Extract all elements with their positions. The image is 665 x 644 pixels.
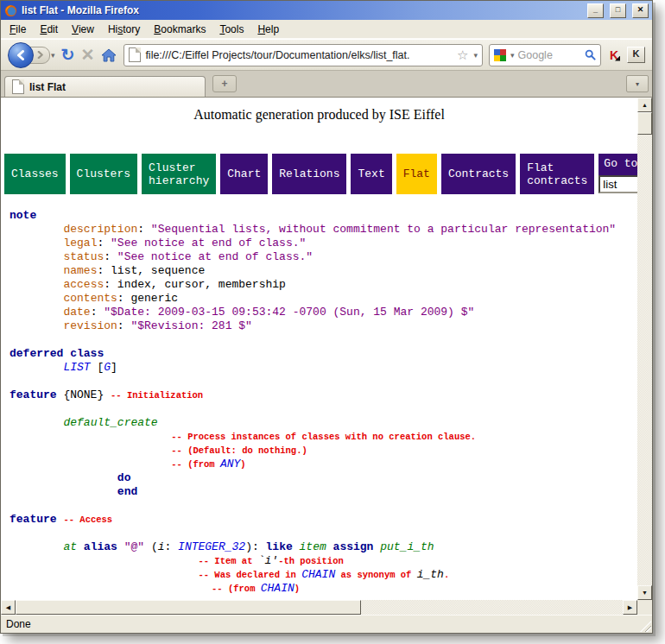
code-line: do <box>10 471 637 485</box>
code-line: -- (Default: do nothing.) <box>10 444 637 458</box>
tab-bar: list Flat + ▾ <box>1 71 652 97</box>
address-bar[interactable]: file:///C:/Eiffel Projects/tour/Document… <box>124 44 483 66</box>
vertical-scroll-thumb[interactable] <box>637 112 652 135</box>
status-bar: Done <box>1 615 652 633</box>
code-line <box>10 499 637 513</box>
back-button[interactable] <box>8 42 34 68</box>
tab-list-flat[interactable]: list Flat <box>4 76 206 97</box>
page-favicon <box>129 47 141 62</box>
scrollbar-corner <box>637 600 652 615</box>
code-line <box>10 333 637 347</box>
menu-item-bookmarks[interactable]: Bookmarks <box>147 22 212 37</box>
code-line: deferred class <box>10 347 637 361</box>
history-dropdown-button[interactable]: ▾ <box>51 51 55 60</box>
reload-button[interactable]: ↻ <box>61 47 75 63</box>
code-line <box>10 527 637 540</box>
resize-grip[interactable] <box>640 621 651 632</box>
nav-button-cluster-hierarchy[interactable]: Cluster hierarchy <box>142 154 216 194</box>
nav-button-chart[interactable]: Chart <box>220 154 268 194</box>
forward-arrow-icon <box>36 51 44 59</box>
menu-item-edit[interactable]: Edit <box>33 22 65 37</box>
code-line: -- Process instances of classes with no … <box>10 430 637 444</box>
nav-button-text[interactable]: Text <box>351 154 391 194</box>
k-toolbar-button[interactable]: K <box>627 47 645 63</box>
nav-button-flat[interactable]: Flat <box>396 154 437 194</box>
search-input[interactable]: Google <box>518 49 581 61</box>
back-arrow-icon <box>16 50 26 60</box>
menu-item-history[interactable]: History <box>101 22 147 37</box>
search-engine-dropdown[interactable]: ▾ <box>510 51 515 60</box>
horizontal-scrollbar[interactable]: ◀ ▶ <box>1 600 637 615</box>
code-line: -- Item at `i'-th position <box>10 554 637 568</box>
scroll-down-button[interactable]: ▼ <box>637 585 652 600</box>
tab-title: list Flat <box>29 81 66 93</box>
address-url[interactable]: file:///C:/Eiffel Projects/tour/Document… <box>145 49 453 61</box>
status-text: Done <box>6 618 31 630</box>
code-line: -- Was declared in CHAIN as synonym of i… <box>10 568 637 582</box>
scroll-right-button[interactable]: ▶ <box>623 600 637 615</box>
code-line: end <box>10 485 637 499</box>
code-line: note <box>10 209 637 223</box>
title-bar[interactable]: list Flat - Mozilla Firefox _ □ ✕ <box>1 1 652 20</box>
minimize-button[interactable]: _ <box>587 3 604 18</box>
new-tab-button[interactable]: + <box>212 75 237 92</box>
menu-item-help[interactable]: Help <box>250 22 286 37</box>
search-magnifier-icon[interactable] <box>585 49 596 60</box>
code-listing: note description: "Sequential lists, wit… <box>1 209 637 596</box>
menu-item-tools[interactable]: Tools <box>212 22 250 37</box>
code-line: legal: "See notice at end of class." <box>10 237 637 250</box>
search-box[interactable]: ▾ Google <box>489 44 601 66</box>
home-button[interactable] <box>100 47 117 63</box>
code-line: revision: "$Revision: 281 $" <box>10 319 637 333</box>
goto-label: Go to: <box>598 154 637 175</box>
code-line: names: list, sequence <box>10 264 637 278</box>
scroll-up-button[interactable]: ▲ <box>637 98 652 112</box>
page-title: Automatic generation produced by ISE Eif… <box>1 107 637 123</box>
maximize-button[interactable]: □ <box>610 3 626 18</box>
horizontal-scroll-thumb[interactable] <box>16 600 361 615</box>
nav-button-clusters[interactable]: Clusters <box>70 154 137 194</box>
page-viewport: Automatic generation produced by ISE Eif… <box>1 97 652 615</box>
browser-window: list Flat - Mozilla Firefox _ □ ✕ FileEd… <box>0 0 653 634</box>
google-logo-icon <box>494 49 506 61</box>
vertical-scrollbar[interactable]: ▲ ▼ <box>637 98 652 600</box>
code-line: at alias "@" (i: INTEGER_32): like item … <box>10 540 637 554</box>
menu-item-view[interactable]: View <box>65 22 101 37</box>
window-title: list Flat - Mozilla Firefox <box>22 4 581 16</box>
nav-button-relations[interactable]: Relations <box>272 154 346 194</box>
menu-bar: FileEditViewHistoryBookmarksToolsHelp <box>1 20 652 39</box>
code-line: default_create <box>10 416 637 430</box>
code-line: feature -- Access <box>10 513 637 527</box>
code-line: date: "$Date: 2009-03-15 09:53:42 -0700 … <box>10 306 637 319</box>
code-line: access: index, cursor, membership <box>10 278 637 292</box>
firefox-icon <box>4 4 17 17</box>
back-forward-group: ▾ <box>8 42 55 68</box>
nav-button-contracts[interactable]: Contracts <box>441 154 516 194</box>
code-line: LIST [G] <box>10 361 637 375</box>
stop-button: ✕ <box>80 47 94 63</box>
doc-nav-row: ClassesClustersCluster hierarchyChartRel… <box>4 154 637 194</box>
code-line: -- (from CHAIN) <box>10 582 637 596</box>
kaspersky-icon[interactable]: K <box>607 48 621 62</box>
code-line <box>10 402 637 416</box>
goto-block: Go to: <box>598 154 637 194</box>
page-content: Automatic generation produced by ISE Eif… <box>1 98 637 600</box>
bookmark-star-icon[interactable]: ☆ <box>457 48 468 61</box>
navigation-toolbar: ▾ ↻ ✕ file:///C:/Eiffel Projects/tour/Do… <box>1 39 652 71</box>
scroll-left-button[interactable]: ◀ <box>1 600 16 615</box>
code-line: feature {NONE} -- Initialization <box>10 388 637 402</box>
tab-favicon <box>12 79 24 94</box>
code-line: contents: generic <box>10 292 637 306</box>
menu-item-file[interactable]: File <box>3 22 33 37</box>
tab-list-dropdown-button[interactable]: ▾ <box>626 75 649 92</box>
nav-button-flat-contracts[interactable]: Flat contracts <box>520 154 594 194</box>
address-dropdown-button[interactable]: ▾ <box>473 51 478 60</box>
goto-input[interactable] <box>598 175 637 193</box>
code-line: status: "See notice at end of class." <box>10 250 637 264</box>
close-button[interactable]: ✕ <box>632 3 649 18</box>
nav-button-classes[interactable]: Classes <box>4 154 66 194</box>
code-line <box>10 375 637 388</box>
code-line: description: "Sequential lists, without … <box>10 223 637 237</box>
code-line: -- (from ANY) <box>10 458 637 471</box>
